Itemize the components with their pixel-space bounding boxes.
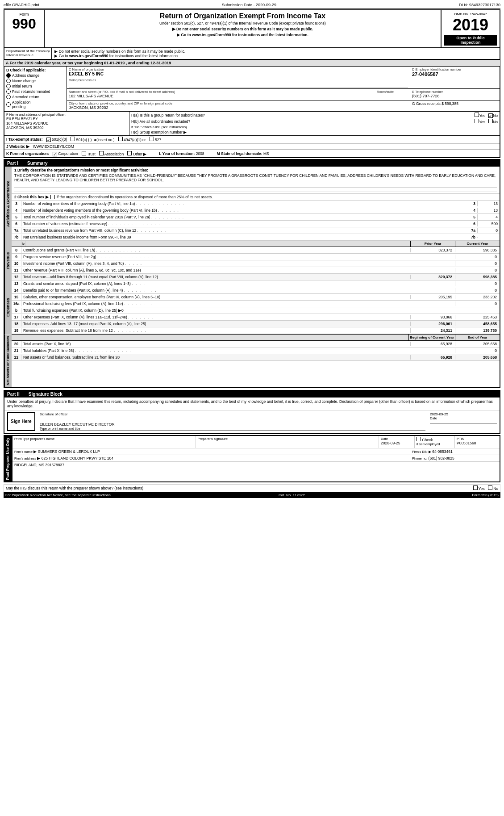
firm-ein-value: 64-0853461 xyxy=(432,449,452,454)
name-title-label: Type or print name and title xyxy=(40,427,425,431)
name-change-radio[interactable] xyxy=(6,79,11,83)
amended-return-label: Amended return xyxy=(12,95,39,99)
line8-desc: Contributions and grants (Part VIII, lin… xyxy=(21,247,410,253)
section-b-label: B Check if applicable: xyxy=(6,68,65,72)
f-label: F Name and address of principal officer: xyxy=(6,113,127,117)
gross-receipts-label: G Gross receipts $ xyxy=(412,101,444,106)
line7b-val xyxy=(477,237,500,238)
paid-preparer-label: Paid Preparer Use Only xyxy=(4,436,12,482)
line13-current: 0 xyxy=(455,281,500,286)
form-title: Return of Organization Exempt From Incom… xyxy=(48,12,437,20)
trust-checkbox[interactable] xyxy=(82,151,86,155)
hb-note: If "No," attach a list. (see instruction… xyxy=(131,125,498,129)
net-assets-content: Beginning of Current Year End of Year 20… xyxy=(12,334,500,387)
line2-checkbox[interactable] xyxy=(50,195,55,199)
c-label: C Name of organization xyxy=(69,67,408,71)
hb-yes-box[interactable] xyxy=(475,119,479,123)
line21-end: 0 xyxy=(455,348,500,353)
f-address: 164 MILLSAPS AVENUE xyxy=(6,121,127,126)
application-radio[interactable] xyxy=(6,102,11,107)
line4-desc: Number of independent voting members of … xyxy=(21,208,464,213)
501c-checkbox[interactable] xyxy=(71,137,75,141)
j-section: J Website: ▶ WWW.EXCELBY5.COM xyxy=(4,143,500,150)
address-change-radio[interactable] xyxy=(6,73,11,78)
line17-current: 225,453 xyxy=(455,315,500,319)
line20-beginning: 65,928 xyxy=(410,342,455,346)
preparer-check-box[interactable] xyxy=(417,437,421,441)
527-label: 527 xyxy=(155,138,161,142)
line17-num: 17 xyxy=(12,314,21,320)
preparer-row4: RIDGELAND, MS 391578837 xyxy=(12,462,500,468)
col-desc-spacer xyxy=(26,241,410,247)
preparer-sig-value xyxy=(198,441,377,447)
net-col-headers: Beginning of Current Year End of Year xyxy=(12,334,500,341)
revenue-label: Revenue xyxy=(4,241,12,280)
footer-no-box[interactable] xyxy=(488,485,492,490)
501c3-checkbox[interactable] xyxy=(46,138,51,142)
line15-row: 15 Salaries, other compensation, employe… xyxy=(12,294,500,301)
firm-address-field: Firm's address ▶ 625 HIGHLAND COLONY PKW… xyxy=(12,455,410,461)
line5-linenum: 5 xyxy=(464,214,477,220)
part-i-subtitle: Summary xyxy=(27,161,48,166)
line19-row: 19 Revenue less expenses. Subtract line … xyxy=(12,327,500,334)
527-checkbox[interactable] xyxy=(150,137,154,141)
final-return-radio[interactable] xyxy=(6,89,11,94)
m-label: M State of legal domicile: xyxy=(217,151,262,156)
street-field: Number and street (or P.O. box if mail i… xyxy=(69,90,375,99)
line7a-desc: Total unrelated business revenue from Pa… xyxy=(21,228,464,233)
line8-prior: 320,372 xyxy=(410,248,455,252)
assoc-checkbox[interactable] xyxy=(99,151,104,155)
ha-no-box[interactable] xyxy=(488,113,493,118)
line18-prior: 296,061 xyxy=(410,322,455,326)
footer-line2: For Paperwork Reduction Act Notice, see … xyxy=(4,492,500,498)
city-label: City or town, state or province, country… xyxy=(69,101,408,105)
corp-label: Corporation xyxy=(58,151,78,156)
4947a1-label: 4947(a)(1) or xyxy=(124,138,146,142)
room-suite-label: Room/suite xyxy=(377,90,408,94)
line17-row: 17 Other expenses (Part IX, column (A), … xyxy=(12,314,500,321)
telephone-section: E Telephone number (601) 707-7726 xyxy=(410,89,500,100)
dept-section: Department of the TreasuryInternal Reven… xyxy=(4,48,500,59)
ha-yes-box[interactable] xyxy=(475,113,479,117)
line15-current: 233,202 xyxy=(455,295,500,299)
other-checkbox[interactable] xyxy=(127,151,132,155)
line5-num: 5 xyxy=(12,214,21,220)
end-year-header: End of Year xyxy=(455,335,500,340)
line22-desc: Net assets or fund balances. Subtract li… xyxy=(21,355,410,360)
footer-yes-box[interactable] xyxy=(473,485,478,490)
form-subtitle2: ▶ Do not enter social security numbers o… xyxy=(48,27,437,31)
signature-label: Signature of officer xyxy=(40,412,425,416)
line4-val: 13 xyxy=(477,208,500,213)
line1-section: 1 Briefly describe the organization's mi… xyxy=(12,167,500,194)
501c3-label: 501(c)(3) xyxy=(52,137,67,142)
line14-row: 14 Benefits paid to or for members (Part… xyxy=(12,287,500,294)
sign-date-field: 2020-09-25 Date xyxy=(430,412,497,431)
firm-name-value: ▶ SUMMERS GREEN & LEROUX LLP xyxy=(33,449,100,454)
preparer-ptin-field: PTIN P00531568 xyxy=(455,436,500,448)
preparer-ptin-value: P00531568 xyxy=(457,441,498,445)
line4-linenum: 4 xyxy=(464,208,477,213)
corp-checkbox[interactable] xyxy=(53,152,57,156)
sign-here-label: Sign Here xyxy=(11,419,32,424)
line1-blank2 xyxy=(14,188,497,192)
section-a-text: A For the 2019 calendar year, or tax yea… xyxy=(6,61,171,65)
final-return-label: Final return/terminated xyxy=(12,89,50,94)
phone-field: Phone no. (601) 982-0825 xyxy=(410,455,500,461)
line15-prior: 205,195 xyxy=(410,295,455,299)
line5-row: 5 Total number of individuals employed i… xyxy=(12,214,500,221)
city-section: City or town, state or province, country… xyxy=(67,100,410,111)
amended-return-radio[interactable] xyxy=(6,95,11,99)
line12-current: 598,385 xyxy=(455,275,500,279)
i-4947a1: 4947(a)(1) or xyxy=(118,137,146,142)
hb-no-box[interactable] xyxy=(488,119,493,123)
line16a-row: 16a Professional fundraising fees (Part … xyxy=(12,301,500,307)
content-main: B Check if applicable: Address change Na… xyxy=(4,67,500,112)
firm-address-label: Firm's address xyxy=(14,456,36,460)
line18-row: 18 Total expenses. Add lines 13–17 (must… xyxy=(12,321,500,327)
d-label: D Employer identification number xyxy=(412,67,498,71)
initial-return-radio[interactable] xyxy=(6,84,11,88)
line5-desc: Total number of individuals employed in … xyxy=(21,214,464,220)
4947a1-checkbox[interactable] xyxy=(118,137,123,141)
line11-current: 0 xyxy=(455,268,500,272)
gross-receipts-section: G Gross receipts $ 598,385 xyxy=(410,100,500,111)
